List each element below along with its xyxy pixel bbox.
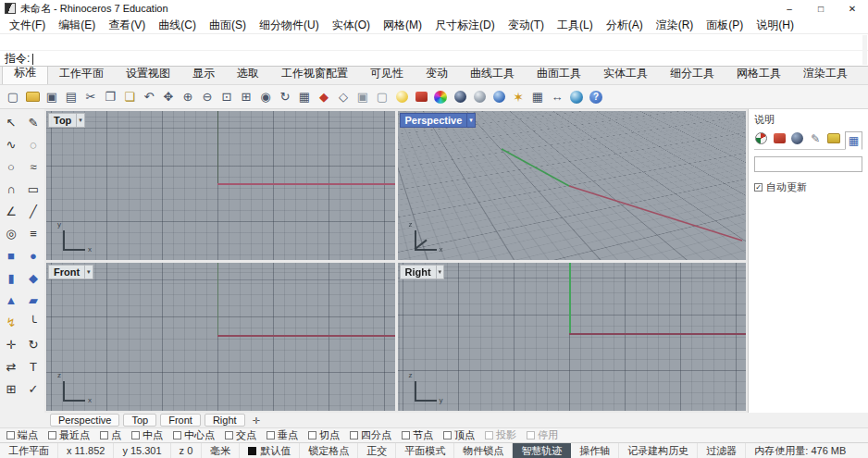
viewport-top[interactable]: Top ▾ y x: [46, 111, 395, 260]
dimension-icon[interactable]: ↔: [548, 88, 566, 106]
zoom-window-icon[interactable]: ⊡: [217, 88, 236, 106]
save-file-icon[interactable]: ▣: [43, 88, 61, 106]
osnap-intersection[interactable]: 交点: [225, 428, 256, 442]
chevron-down-icon[interactable]: ▾: [85, 265, 93, 279]
material-icon[interactable]: [773, 130, 787, 146]
history-toggle[interactable]: 记录建构历史: [619, 443, 698, 458]
new-viewport-icon[interactable]: ✛: [249, 415, 264, 426]
osnap-vertex[interactable]: 顶点: [443, 428, 475, 442]
tab-cplanes[interactable]: 工作平面: [48, 64, 115, 84]
rotate-view-icon[interactable]: ↻: [276, 88, 294, 106]
earth-icon[interactable]: [567, 88, 586, 106]
print-icon[interactable]: ▤: [62, 88, 81, 106]
rotate-icon[interactable]: ↻: [22, 333, 44, 355]
fillet-icon[interactable]: ╰: [22, 311, 44, 333]
menu-transform[interactable]: 变动(T): [502, 18, 551, 33]
cut-icon[interactable]: ✂: [81, 88, 100, 106]
osnap-disable[interactable]: 停用: [527, 428, 558, 442]
osnap-quadrant[interactable]: 四分点: [350, 428, 391, 442]
tab-transform[interactable]: 变动: [415, 64, 459, 84]
explode-icon[interactable]: ↯: [0, 311, 22, 333]
osnap-tangent[interactable]: 切点: [308, 428, 340, 442]
command-area[interactable]: 指令:: [0, 33, 868, 67]
help-icon[interactable]: ?: [587, 88, 605, 106]
maximize-button[interactable]: □: [805, 0, 837, 17]
zoom-extents-icon[interactable]: ⊞: [237, 88, 255, 106]
viewport-title-top[interactable]: Top ▾: [48, 113, 85, 128]
osnap-perpendicular[interactable]: 垂点: [267, 428, 298, 442]
tab-solid-tools[interactable]: 实体工具: [592, 64, 659, 84]
library-folder-icon[interactable]: [826, 130, 841, 146]
rhino-options-icon[interactable]: [754, 130, 769, 146]
menu-panels[interactable]: 面板(P): [700, 18, 750, 33]
viewport-tab-front[interactable]: Front: [160, 414, 201, 427]
tab-viewport-layout[interactable]: 工作视窗配置: [270, 64, 359, 84]
viewport-right[interactable]: Right ▾ z y: [398, 263, 747, 412]
zoom-dynamic-icon[interactable]: ⊕: [179, 88, 197, 106]
osnap-point[interactable]: 点: [100, 428, 121, 442]
box-icon[interactable]: ■: [0, 244, 22, 266]
gumball-toggle[interactable]: 操作轴: [571, 443, 619, 458]
chevron-down-icon[interactable]: ▾: [77, 113, 85, 128]
viewport-front[interactable]: Front ▾ z x: [46, 263, 395, 412]
menu-curve[interactable]: 曲线(C): [152, 18, 203, 33]
pan-view-icon[interactable]: ✥: [159, 88, 178, 106]
ortho-toggle[interactable]: 正交: [358, 443, 396, 458]
auto-update-checkbox[interactable]: ✓: [754, 183, 763, 192]
extrude-icon[interactable]: ▲: [0, 289, 22, 311]
layer-box-icon[interactable]: [412, 88, 430, 106]
lock-object-icon[interactable]: ▣: [353, 88, 372, 106]
close-button[interactable]: ✕: [837, 0, 868, 17]
menu-tools[interactable]: 工具(L): [551, 18, 600, 33]
tab-subd-tools[interactable]: 细分工具: [659, 64, 725, 84]
cplane-button[interactable]: 工作平面: [0, 443, 58, 458]
undo-icon[interactable]: ↶: [140, 88, 158, 106]
control-point-curve-icon[interactable]: ◌: [22, 133, 44, 155]
help-panel-icon[interactable]: ▦: [845, 131, 862, 150]
smarttrack-toggle[interactable]: 智慧轨迹: [513, 443, 571, 458]
tab-drafting[interactable]: 出图: [859, 64, 868, 84]
auto-update-row[interactable]: ✓ 自动更新: [754, 180, 862, 194]
viewport-layout-icon[interactable]: ▦: [295, 88, 314, 106]
ellipse-icon[interactable]: ◎: [0, 222, 22, 244]
surface-icon[interactable]: ▰: [22, 289, 44, 311]
sketch-icon[interactable]: ≈: [22, 155, 44, 178]
cylinder-icon[interactable]: ▮: [0, 266, 22, 289]
new-file-icon[interactable]: ▢: [4, 88, 22, 106]
help-search-input[interactable]: [754, 156, 862, 172]
osnap-knot[interactable]: 节点: [402, 428, 433, 442]
command-input[interactable]: 指令:: [0, 51, 868, 67]
menu-help[interactable]: 说明(H): [750, 18, 800, 33]
layer-chip[interactable]: 默认值: [240, 443, 300, 458]
chevron-down-icon[interactable]: ▾: [467, 113, 476, 128]
osnap-mid[interactable]: 中点: [131, 428, 163, 442]
copy-icon[interactable]: ❐: [101, 88, 119, 106]
command-scrollbar[interactable]: [862, 35, 867, 65]
menu-view[interactable]: 查看(V): [102, 18, 152, 33]
menu-edit[interactable]: 编辑(E): [52, 18, 102, 33]
unlock-object-icon[interactable]: ▢: [373, 88, 391, 106]
lightbulb-icon[interactable]: [392, 88, 411, 106]
units-button[interactable]: 毫米: [202, 443, 240, 458]
arc-icon[interactable]: ∩: [0, 178, 22, 200]
filter-button[interactable]: 过滤器: [698, 443, 746, 458]
viewport-tab-top[interactable]: Top: [123, 414, 156, 427]
zoom-selected-icon[interactable]: ◉: [256, 88, 275, 106]
tab-select[interactable]: 选取: [226, 64, 270, 84]
sun-icon[interactable]: ✶: [509, 88, 527, 106]
menu-solid[interactable]: 实体(O): [326, 18, 377, 33]
circle-icon[interactable]: ○: [0, 155, 22, 178]
viewport-title-right[interactable]: Right ▾: [400, 265, 445, 279]
viewport-title-front[interactable]: Front ▾: [48, 265, 93, 279]
array-icon[interactable]: ⊞: [0, 378, 22, 400]
polyline-icon[interactable]: ∠: [0, 200, 22, 222]
color-wheel-icon[interactable]: [431, 88, 450, 106]
osnap-end[interactable]: 端点: [6, 428, 38, 442]
osnap-near[interactable]: 最近点: [48, 428, 90, 442]
paste-icon[interactable]: ❏: [120, 88, 139, 106]
chevron-down-icon[interactable]: ▾: [437, 265, 445, 279]
tab-visibility[interactable]: 可见性: [359, 64, 415, 84]
open-file-icon[interactable]: [23, 88, 42, 106]
osnap-project[interactable]: 投影: [485, 428, 516, 442]
tab-curve-tools[interactable]: 曲线工具: [459, 64, 526, 84]
